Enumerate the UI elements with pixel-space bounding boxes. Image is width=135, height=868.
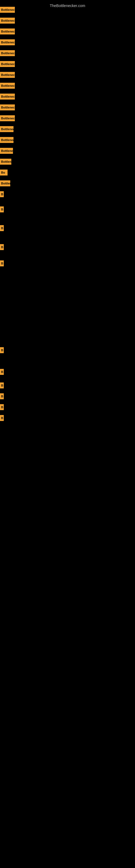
- bar-item: Bottleneck resu: [0, 50, 15, 56]
- site-title: TheBottlenecker.com: [0, 1, 135, 10]
- bar-item: Bottleneck resu: [0, 83, 15, 89]
- bottleneck-bar[interactable]: Bottleneck resu: [0, 72, 15, 78]
- bar-item: B: [0, 244, 4, 250]
- bottleneck-bar[interactable]: Bottleneck resu: [0, 61, 15, 67]
- bottleneck-bar[interactable]: B: [0, 347, 4, 353]
- bar-item: Bottleneck resu: [0, 18, 15, 24]
- bar-item: Bottleneck resu: [0, 61, 15, 67]
- bottleneck-bar[interactable]: B: [0, 393, 4, 399]
- bottleneck-bar[interactable]: B: [0, 382, 4, 389]
- bottleneck-bar[interactable]: B: [0, 207, 4, 212]
- bar-item: Bottler: [0, 180, 10, 186]
- bar-item: B: [0, 225, 4, 231]
- bottleneck-bar[interactable]: B: [0, 404, 4, 410]
- bar-item: B: [0, 393, 4, 399]
- bar-item: Bottleneck resu: [0, 7, 15, 13]
- bar-item: Bottleneck r: [0, 148, 13, 154]
- bar-item: Bo: [0, 169, 8, 176]
- bottleneck-bar[interactable]: Bottleneck resu: [0, 50, 15, 56]
- bottleneck-bar[interactable]: Bottleneck resu: [0, 29, 15, 34]
- bar-item: B: [0, 404, 4, 410]
- bottleneck-bar[interactable]: Bottleneck resu: [0, 18, 15, 24]
- bottleneck-bar[interactable]: B: [0, 191, 4, 197]
- bottleneck-bar[interactable]: Bottleneck re: [0, 115, 15, 121]
- bottleneck-bar[interactable]: B: [0, 244, 4, 250]
- bottleneck-bar[interactable]: B: [0, 415, 4, 421]
- bar-item: Bottleneck r: [0, 126, 13, 132]
- bottleneck-bar[interactable]: B: [0, 369, 4, 375]
- bottleneck-bar[interactable]: Bottlene: [0, 159, 11, 165]
- bar-item: Bottlene: [0, 159, 11, 165]
- bottleneck-bar[interactable]: Bottleneck r: [0, 148, 13, 154]
- bar-item: B: [0, 415, 4, 421]
- bar-item: Bottleneck re: [0, 115, 15, 121]
- bar-item: B: [0, 207, 4, 212]
- bar-item: Bottleneck r: [0, 137, 13, 143]
- bar-item: Bottleneck res: [0, 104, 15, 111]
- bottleneck-bar[interactable]: Bottleneck resu: [0, 83, 15, 89]
- bottleneck-bar[interactable]: Bottleneck r: [0, 126, 13, 132]
- bottleneck-bar[interactable]: Bottleneck res: [0, 104, 15, 111]
- bottleneck-bar[interactable]: Bottleneck res: [0, 94, 15, 99]
- bar-item: B: [0, 347, 4, 353]
- bar-item: Bottleneck resu: [0, 39, 15, 45]
- bar-item: Bottleneck resu: [0, 29, 15, 34]
- bottleneck-bar[interactable]: B: [0, 260, 4, 267]
- bar-item: B: [0, 369, 4, 375]
- bottleneck-bar[interactable]: Bottleneck r: [0, 137, 13, 143]
- bottleneck-bar[interactable]: B: [0, 225, 4, 231]
- bar-item: B: [0, 382, 4, 389]
- bottleneck-bar[interactable]: Bottler: [0, 180, 10, 186]
- bar-item: Bottleneck res: [0, 94, 15, 99]
- bottleneck-bar[interactable]: Bottleneck resu: [0, 7, 15, 13]
- bar-item: B: [0, 191, 4, 197]
- bar-item: Bottleneck resu: [0, 72, 15, 78]
- bottleneck-bar[interactable]: Bo: [0, 169, 8, 176]
- bar-item: B: [0, 260, 4, 267]
- bottleneck-bar[interactable]: Bottleneck resu: [0, 39, 15, 45]
